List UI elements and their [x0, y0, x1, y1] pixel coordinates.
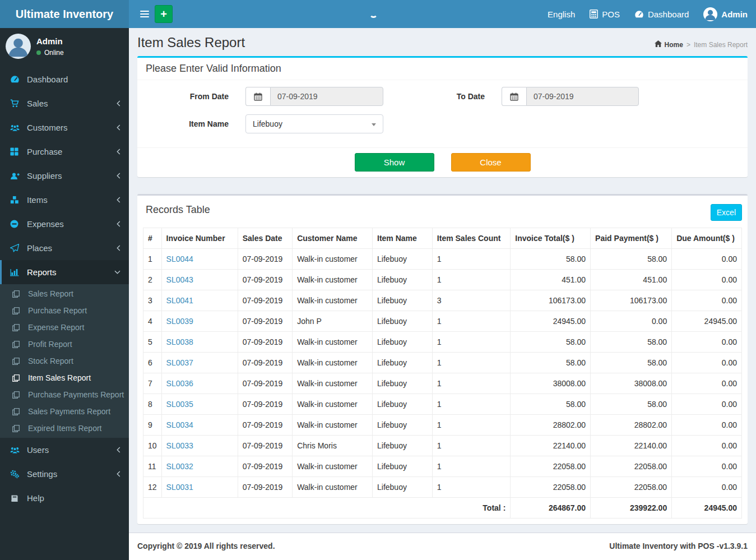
sidebar-item-expenses[interactable]: Expenses	[0, 212, 129, 236]
to-date-label: To Date	[400, 92, 485, 101]
column-header[interactable]: Due Amount($ )	[672, 228, 742, 249]
submenu-item-sales-payments-report[interactable]: Sales Payments Report	[0, 403, 129, 420]
sidebar-menu: Dashboard Sales Customers Purchase	[0, 67, 129, 510]
breadcrumb-home-link[interactable]: Home	[655, 40, 683, 49]
table-row: 11 SL0032 07-09-2019 Walk-in customer Li…	[143, 456, 742, 477]
invoice-total-cell: 58.00	[511, 332, 591, 353]
table-header-row: #Invoice NumberSales DateCustomer NameIt…	[143, 228, 742, 249]
sidebar-item-purchase[interactable]: Purchase	[0, 140, 129, 164]
column-header[interactable]: Invoice Total($ )	[511, 228, 591, 249]
item-name-select[interactable]: Lifebuoy	[245, 114, 383, 133]
invoice-cell: SL0037	[161, 353, 238, 373]
due-amount-cell: 0.00	[672, 394, 742, 415]
sidebar-item-places[interactable]: Places	[0, 236, 129, 260]
invoice-cell: SL0039	[161, 311, 238, 332]
page-title: Item Sales Report	[137, 35, 245, 50]
item-name-cell: Lifebuoy	[373, 456, 433, 477]
sales-date-cell: 07-09-2019	[238, 415, 292, 436]
invoice-link[interactable]: SL0034	[166, 420, 193, 429]
invoice-link[interactable]: SL0035	[166, 400, 193, 409]
copy-icon	[12, 341, 25, 348]
due-amount-cell: 0.00	[672, 436, 742, 456]
column-header[interactable]: Item Sales Count	[432, 228, 510, 249]
chevron-left-icon	[117, 197, 120, 203]
sidebar: Admin Online Dashboard Sales Customers	[0, 28, 129, 560]
customer-name-cell: Walk-in customer	[293, 332, 373, 353]
paid-payment-cell: 22058.00	[591, 477, 672, 498]
invoice-link[interactable]: SL0037	[166, 358, 193, 367]
sidebar-item-users[interactable]: Users	[0, 438, 129, 462]
quick-add-button[interactable]: +	[155, 5, 173, 23]
sidebar-item-settings[interactable]: Settings	[0, 462, 129, 486]
submenu-item-stock-report[interactable]: Stock Report	[0, 353, 129, 369]
app-logo[interactable]: Ultimate Inventory	[0, 0, 129, 28]
from-date-input[interactable]	[270, 87, 383, 106]
invoice-total-cell: 24945.00	[511, 311, 591, 332]
language-menu[interactable]: English	[540, 0, 582, 28]
invoice-link[interactable]: SL0043	[166, 275, 193, 284]
table-row: 8 SL0035 07-09-2019 Walk-in customer Lif…	[143, 394, 742, 415]
caret-down-icon	[372, 123, 376, 126]
excel-export-button[interactable]: Excel	[711, 204, 742, 221]
sidebar-item-customers[interactable]: Customers	[0, 115, 129, 140]
submenu-item-purchase-payments-report[interactable]: Purchase Payments Report	[0, 386, 129, 403]
due-amount-cell: 24945.00	[672, 311, 742, 332]
sidebar-item-sales[interactable]: Sales	[0, 91, 129, 115]
sidebar-item-suppliers[interactable]: Suppliers	[0, 164, 129, 188]
minus-circle-icon	[10, 220, 22, 228]
submenu-item-expense-report[interactable]: Expense Report	[0, 319, 129, 336]
column-header[interactable]: Sales Date	[238, 228, 292, 249]
due-amount-cell: 0.00	[672, 415, 742, 436]
user-menu[interactable]: Admin	[696, 0, 755, 28]
sidebar-user-status[interactable]: Online	[36, 49, 64, 57]
sidebar-item-dashboard[interactable]: Dashboard	[0, 67, 129, 91]
invoice-link[interactable]: SL0038	[166, 337, 193, 346]
column-header[interactable]: Paid Payment($ )	[591, 228, 672, 249]
due-amount-cell: 0.00	[672, 332, 742, 353]
users-icon	[10, 124, 22, 132]
submenu-item-expired-items-report[interactable]: Expired Items Report	[0, 420, 129, 437]
sidebar-item-items[interactable]: Items	[0, 188, 129, 212]
chevron-down-icon	[114, 270, 120, 274]
close-button[interactable]: Close	[451, 153, 531, 172]
to-date-input[interactable]	[526, 87, 639, 106]
navbar-right: English POS Dashboard Admin	[540, 0, 755, 28]
sidebar-toggle-button[interactable]	[134, 0, 155, 28]
dashboard-link[interactable]: Dashboard	[627, 0, 696, 28]
submenu-item-item-sales-report[interactable]: Item Sales Report	[0, 369, 129, 386]
invoice-link[interactable]: SL0041	[166, 296, 193, 305]
invoice-total-cell: 28802.00	[511, 415, 591, 436]
copy-icon	[12, 374, 25, 382]
paid-payment-cell: 28802.00	[591, 415, 672, 436]
invoice-link[interactable]: SL0033	[166, 441, 193, 450]
sidebar-item-reports[interactable]: Reports	[0, 260, 129, 284]
language-label: English	[548, 10, 575, 19]
invoice-link[interactable]: SL0032	[166, 462, 193, 471]
item-name-cell: Lifebuoy	[373, 373, 433, 394]
pos-link[interactable]: POS	[582, 0, 627, 28]
column-header[interactable]: #	[143, 228, 162, 249]
submenu-item-sales-report[interactable]: Sales Report	[0, 285, 129, 302]
show-button[interactable]: Show	[355, 153, 434, 172]
chevron-left-icon	[117, 124, 120, 131]
column-header[interactable]: Customer Name	[293, 228, 373, 249]
item-sales-count-cell: 1	[432, 415, 510, 436]
customer-name-cell: Walk-in customer	[293, 249, 373, 270]
sidebar-item-help[interactable]: Help	[0, 486, 129, 510]
invoice-link[interactable]: SL0044	[166, 254, 193, 263]
row-number-cell: 11	[143, 456, 162, 477]
invoice-cell: SL0032	[161, 456, 238, 477]
item-name-cell: Lifebuoy	[373, 270, 433, 290]
column-header[interactable]: Item Name	[373, 228, 433, 249]
item-name-cell: Lifebuoy	[373, 290, 433, 311]
item-sales-count-cell: 1	[432, 353, 510, 373]
invoice-link[interactable]: SL0036	[166, 379, 193, 388]
sales-date-cell: 07-09-2019	[238, 332, 292, 353]
invoice-link[interactable]: SL0039	[166, 317, 193, 326]
submenu-item-profit-report[interactable]: Profit Report	[0, 336, 129, 353]
column-header[interactable]: Invoice Number	[161, 228, 238, 249]
submenu-item-purchase-report[interactable]: Purchase Report	[0, 302, 129, 319]
sales-date-cell: 07-09-2019	[238, 456, 292, 477]
invoice-link[interactable]: SL0031	[166, 483, 193, 492]
item-sales-count-cell: 1	[432, 332, 510, 353]
